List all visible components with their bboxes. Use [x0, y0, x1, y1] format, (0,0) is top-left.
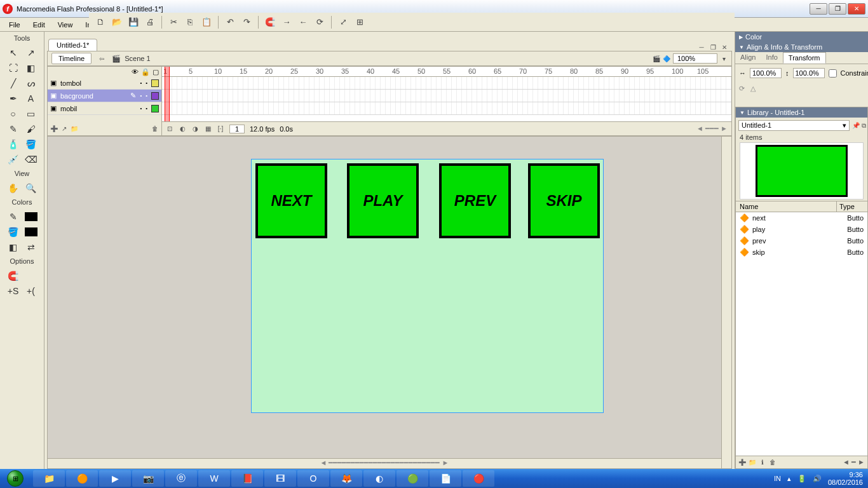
lasso-tool[interactable]: ᔕ [23, 76, 39, 90]
pen-tool[interactable]: ✒ [5, 92, 21, 105]
constrain-checkbox[interactable] [829, 69, 837, 78]
task-app2[interactable]: ◐ [363, 470, 395, 487]
task-capture[interactable]: 📷 [132, 470, 164, 487]
new-symbol-icon[interactable]: ➕ [738, 459, 746, 466]
fill-color-swatch[interactable] [23, 225, 39, 238]
stage[interactable]: NEXTPLAYPREVSKIP [251, 159, 604, 413]
snap-button[interactable]: 🧲 [262, 15, 278, 30]
task-word[interactable]: W [198, 470, 230, 487]
start-button[interactable]: ⊞ [0, 469, 31, 488]
task-flash[interactable]: 🔴 [463, 470, 494, 487]
eraser-tool[interactable]: ⌫ [23, 152, 39, 166]
add-motion-guide-icon[interactable]: ↗ [60, 125, 68, 132]
library-panel-header[interactable]: Library - Untitled-1 [736, 107, 867, 118]
straighten-button[interactable]: ← [295, 15, 311, 30]
menu-edit[interactable]: Edit [27, 20, 51, 30]
layer-color-swatch[interactable] [151, 92, 159, 100]
ink-bottle-tool[interactable]: 🧴 [5, 137, 21, 151]
current-frame-input[interactable] [229, 125, 245, 133]
brush-tool[interactable]: 🖌 [23, 122, 39, 135]
insert-layer-icon[interactable]: ➕ [50, 125, 58, 132]
edit-multiple-icon[interactable]: ▦ [204, 125, 212, 133]
width-input[interactable] [750, 68, 782, 78]
cut-button[interactable]: ✂ [166, 15, 181, 30]
vertical-scrollbar[interactable] [721, 137, 731, 468]
center-frame-icon[interactable]: ⊡ [166, 125, 173, 133]
redo-button[interactable]: ↷ [239, 15, 254, 30]
zoom-input[interactable] [673, 53, 717, 64]
copy-button[interactable]: ⎘ [182, 15, 198, 30]
close-button[interactable]: ✕ [848, 3, 865, 15]
stage-area[interactable]: NEXTPLAYPREVSKIP ◄ ━━━━━━━━━━━━━━━━━━━━━… [47, 136, 732, 469]
smooth-button[interactable]: → [279, 15, 294, 30]
scale-button[interactable]: ⤢ [336, 15, 351, 30]
pencil-tool[interactable]: ✎ [5, 122, 21, 135]
print-button[interactable]: 🖨 [142, 15, 158, 30]
timeline-ruler[interactable]: 1510152025303540455055606570758085909510… [162, 67, 731, 77]
task-firefox[interactable]: 🦊 [330, 470, 362, 487]
edit-symbol-icon[interactable]: 🔷 [663, 55, 670, 62]
new-button[interactable]: 🗋 [93, 15, 108, 30]
text-tool[interactable]: A [23, 92, 39, 105]
task-app3[interactable]: 🟢 [397, 470, 428, 487]
layer-row[interactable]: ▣mobil•• [48, 102, 161, 115]
tab-info[interactable]: Info [761, 52, 782, 64]
align-panel-header[interactable]: Align & Info & Transform [735, 42, 868, 52]
smooth-option[interactable]: +S [5, 284, 21, 297]
open-button[interactable]: 📂 [109, 15, 125, 30]
snap-option[interactable]: 🧲 [5, 269, 21, 282]
doc-restore-icon[interactable]: ❐ [709, 43, 717, 51]
tray-volume-icon[interactable]: 🔊 [813, 475, 822, 483]
lock-icon[interactable]: 🔒 [141, 68, 150, 76]
paint-bucket-tool[interactable]: 🪣 [23, 137, 39, 151]
frame-row[interactable] [162, 90, 731, 102]
paste-button[interactable]: 📋 [199, 15, 214, 30]
task-mpc[interactable]: 🎞 [264, 470, 296, 487]
properties-icon[interactable]: ℹ [759, 459, 766, 466]
menu-view[interactable]: View [51, 20, 79, 30]
edit-scene-icon[interactable]: 🎬 [653, 55, 660, 62]
task-explorer[interactable]: 📁 [33, 470, 65, 487]
doc-minimize-icon[interactable]: ─ [698, 43, 705, 51]
library-name-column[interactable]: Name [736, 201, 837, 212]
stage-button-play[interactable]: PLAY [347, 163, 419, 238]
zoom-tool[interactable]: 🔍 [23, 181, 39, 194]
straighten-option[interactable]: +( [23, 284, 39, 297]
height-input[interactable] [793, 68, 825, 78]
eyedropper-tool[interactable]: 💉 [5, 152, 21, 166]
rotate-button[interactable]: ⟳ [312, 15, 327, 30]
swap-colors-button[interactable]: ⇄ [23, 240, 39, 254]
library-type-column[interactable]: Type [837, 201, 867, 212]
task-app1[interactable]: 🟠 [66, 470, 98, 487]
tray-battery-icon[interactable]: 🔋 [797, 475, 806, 483]
tab-align[interactable]: Align [735, 52, 761, 64]
back-icon[interactable]: ⇦ [98, 55, 105, 62]
onion-outline-icon[interactable]: ◑ [191, 125, 199, 133]
pin-library-icon[interactable]: 📌 [852, 122, 860, 130]
minimize-button[interactable]: ─ [810, 3, 827, 15]
task-opera[interactable]: O [297, 470, 329, 487]
undo-button[interactable]: ↶ [222, 15, 238, 30]
clock[interactable]: 9:36 08/02/2016 [828, 471, 863, 486]
stage-button-next[interactable]: NEXT [255, 163, 327, 238]
timeline-toggle-button[interactable]: Timeline [51, 53, 92, 64]
selection-tool[interactable]: ↖ [5, 46, 21, 59]
tray-flag-icon[interactable]: ▴ [787, 475, 791, 483]
horizontal-scrollbar[interactable]: ◄ ━━━━━━━━━━━━━━━━━━━━━━━━━ ► [48, 458, 721, 468]
gradient-transform-tool[interactable]: ◧ [23, 61, 39, 74]
hand-tool[interactable]: ✋ [5, 181, 21, 194]
line-tool[interactable]: ╱ [5, 76, 21, 90]
library-item[interactable]: 🔶skipButto [736, 247, 867, 258]
delete-layer-icon[interactable]: 🗑 [151, 125, 159, 132]
color-panel-header[interactable]: Color [735, 32, 868, 42]
bw-button[interactable]: ◧ [5, 240, 21, 254]
stage-button-skip[interactable]: SKIP [528, 163, 600, 238]
layer-color-swatch[interactable] [151, 105, 159, 112]
onion-skin-icon[interactable]: ◐ [179, 125, 186, 133]
maximize-button[interactable]: ❐ [829, 3, 846, 15]
tab-transform[interactable]: Transform [783, 52, 826, 64]
library-item[interactable]: 🔶nextButto [736, 212, 867, 224]
task-media[interactable]: ▶ [99, 470, 131, 487]
oval-tool[interactable]: ○ [5, 107, 21, 120]
library-doc-selector[interactable]: Untitled-1▾ [738, 120, 850, 131]
